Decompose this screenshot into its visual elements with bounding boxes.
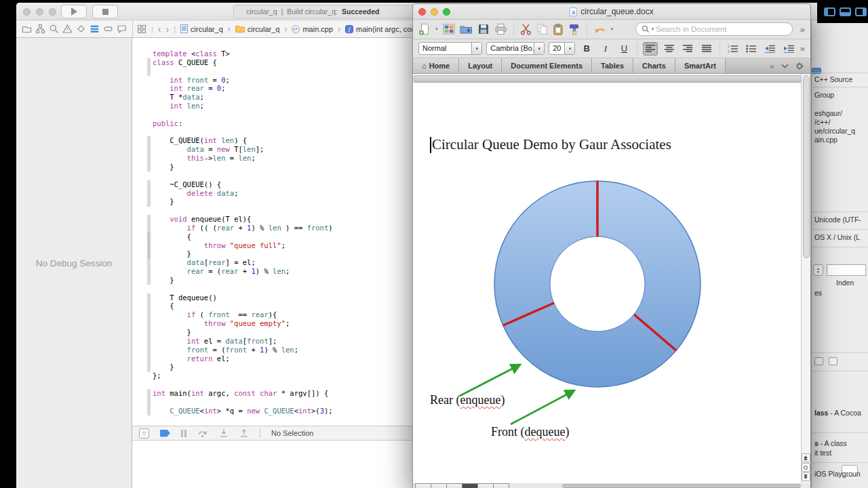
tab-document-elements[interactable]: Document Elements [502, 58, 592, 73]
italic-button[interactable]: I [598, 42, 613, 56]
view-button[interactable] [431, 483, 447, 488]
open-icon[interactable] [460, 23, 473, 35]
next-page-button[interactable] [802, 472, 810, 481]
ribbon-overflow-chevron[interactable]: » [770, 61, 774, 71]
save-icon[interactable] [477, 23, 490, 35]
undo-icon[interactable] [593, 24, 606, 35]
view-button[interactable] [477, 483, 494, 488]
collapse-ribbon-icon[interactable] [781, 64, 789, 68]
front-label[interactable]: Front (dequeue) [491, 425, 569, 439]
paste-icon[interactable] [553, 23, 564, 35]
minimize-button[interactable] [36, 8, 43, 16]
bold-button[interactable]: B [579, 42, 594, 56]
line-endings-value[interactable]: OS X / Unix (L [812, 233, 868, 241]
align-left-button[interactable] [643, 42, 658, 56]
tab-charts[interactable]: Charts [633, 58, 675, 73]
close-button[interactable] [23, 8, 31, 16]
copy-icon[interactable] [536, 23, 548, 35]
undo-dropdown-arrow[interactable]: ▾ [611, 26, 614, 32]
breadcrumb-separator: › [338, 24, 340, 34]
align-right-button[interactable] [680, 42, 695, 56]
format-painter-icon[interactable] [568, 23, 580, 35]
run-button[interactable] [61, 5, 87, 18]
gear-icon[interactable] [795, 62, 805, 70]
step-into-icon[interactable] [219, 428, 229, 438]
code-editor[interactable]: template <class T> class C_QUEUE { int f… [153, 49, 333, 415]
select-browse-object-button[interactable] [802, 463, 810, 472]
search-field[interactable]: ▾ [635, 22, 793, 36]
vertical-scrollbar-thumb[interactable] [803, 75, 810, 258]
font-dropdown[interactable]: Cambria (Bo...▾ [486, 42, 545, 55]
align-center-button[interactable] [662, 42, 677, 56]
view-button[interactable] [415, 483, 431, 488]
file-template-library-icon[interactable] [814, 357, 823, 365]
numbered-list-button[interactable]: 12 [726, 42, 741, 56]
breakpoints-toggle-icon[interactable] [160, 430, 170, 437]
tab-home[interactable]: ⌂Home [413, 58, 459, 73]
new-document-icon[interactable] [418, 23, 431, 35]
step-over-icon[interactable] [197, 428, 208, 438]
stop-button[interactable] [92, 5, 118, 18]
library-item[interactable]: s - A class [812, 439, 868, 447]
go-back-button[interactable]: ‹ [158, 26, 161, 33]
print-icon[interactable] [494, 23, 507, 35]
view-button-selected[interactable] [462, 483, 478, 488]
debug-navigator-icon[interactable] [90, 24, 100, 34]
library-item[interactable]: lass - A Cocoa [812, 409, 868, 417]
increase-indent-button[interactable] [781, 42, 796, 56]
search-input[interactable] [656, 25, 786, 33]
toggle-debug-area-button[interactable] [840, 7, 851, 16]
tab-smartart[interactable]: SmartArt [675, 58, 726, 73]
search-scope-arrow[interactable]: ▾ [652, 26, 654, 32]
decrease-indent-button[interactable] [763, 42, 778, 56]
go-forward-button[interactable]: › [166, 26, 170, 33]
zoom-button[interactable] [49, 8, 56, 16]
bullet-list-button[interactable] [744, 42, 759, 56]
file-type-value[interactable]: C++ Source [812, 75, 868, 83]
document-canvas[interactable]: Circular Queue Demo by Gaur Associates [413, 74, 810, 483]
document-heading[interactable]: Circular Queue Demo by Gaur Associates [432, 136, 671, 153]
horizontal-scrollbar[interactable] [562, 484, 801, 488]
font-size-dropdown[interactable]: 20▾ [549, 42, 575, 55]
toggle-navigator-button[interactable] [824, 7, 835, 16]
vertical-scrollbar[interactable] [801, 74, 810, 483]
underline-button[interactable]: U [617, 42, 632, 56]
symbol-navigator-icon[interactable] [35, 24, 45, 34]
indent-width-field[interactable] [827, 264, 866, 276]
library-item[interactable]: iOS Playgroun [812, 470, 839, 478]
toggle-utilities-button[interactable] [855, 7, 867, 16]
location-value[interactable]: Group [812, 91, 868, 99]
style-dropdown[interactable]: Normal▾ [418, 42, 482, 55]
svg-text:c+: c+ [294, 26, 298, 31]
gallery-icon[interactable] [443, 23, 455, 35]
justify-button[interactable] [699, 42, 714, 56]
breadcrumb-file[interactable]: c+ main.cpp [292, 25, 333, 33]
breakpoint-navigator-icon[interactable] [103, 24, 113, 34]
tab-layout[interactable]: Layout [459, 58, 502, 73]
test-navigator-icon[interactable] [76, 24, 86, 34]
step-out-icon[interactable] [239, 428, 249, 438]
previous-page-button[interactable] [802, 453, 810, 462]
report-navigator-icon[interactable] [117, 24, 127, 34]
text-encoding-value[interactable]: Unicode (UTF- [812, 216, 868, 224]
pause-button[interactable] [181, 430, 186, 437]
word-titlebar[interactable]: a circular_queue.docx [413, 4, 810, 20]
project-navigator-icon[interactable] [22, 24, 32, 34]
search-navigator-icon[interactable] [49, 24, 59, 34]
breadcrumb-function[interactable]: f main(int argc, con [345, 25, 415, 33]
toolbar-overflow-chevron[interactable]: » [800, 24, 805, 35]
related-items-icon[interactable] [137, 24, 146, 34]
breadcrumb-project[interactable]: circular_q [180, 24, 223, 33]
view-button[interactable] [446, 483, 462, 488]
breadcrumb-group[interactable]: circular_q [235, 25, 280, 33]
indent-stepper[interactable]: ▲▼ [813, 264, 823, 276]
issue-navigator-icon[interactable] [62, 24, 73, 34]
rear-label[interactable]: Rear (enqueue) [430, 393, 505, 407]
view-button[interactable] [493, 483, 509, 488]
tab-tables[interactable]: Tables [592, 58, 633, 73]
hide-debug-area-button[interactable]: ▽ [139, 428, 149, 439]
snippet-library-icon[interactable] [829, 357, 837, 365]
new-dropdown-arrow[interactable]: ▾ [435, 26, 438, 32]
formatbar-overflow-chevron[interactable]: » [800, 43, 805, 54]
cut-icon[interactable] [520, 23, 532, 35]
